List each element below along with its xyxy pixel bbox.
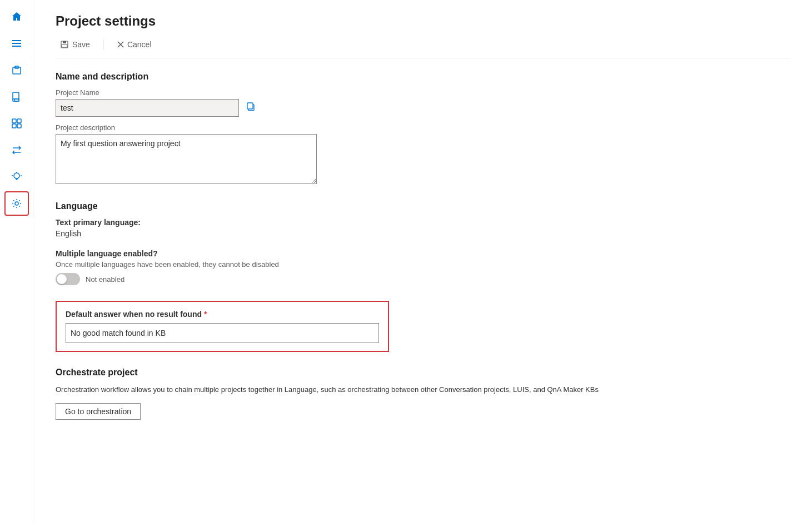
orchestrate-title: Orchestrate project (56, 368, 790, 378)
primary-language-label: Text primary language: (56, 218, 790, 227)
cancel-button[interactable]: Cancel (113, 38, 156, 51)
sidebar-item-knowledge[interactable] (4, 85, 29, 109)
orchestrate-description: Orchestration workflow allows you to cha… (56, 384, 723, 395)
save-button[interactable]: Save (56, 38, 94, 51)
save-label: Save (72, 40, 90, 49)
svg-rect-1 (12, 43, 21, 44)
svg-rect-9 (17, 119, 21, 123)
sidebar-item-tips[interactable] (4, 165, 29, 189)
svg-rect-19 (62, 44, 67, 47)
sidebar-item-deploy[interactable] (4, 111, 29, 136)
default-answer-input[interactable] (66, 323, 379, 343)
default-answer-box: Default answer when no result found * (56, 301, 389, 352)
svg-rect-0 (12, 40, 21, 41)
project-description-label: Project description (56, 123, 790, 132)
book-icon (11, 91, 22, 102)
sidebar-item-projects[interactable] (4, 58, 29, 82)
copy-icon[interactable] (243, 100, 258, 116)
language-section: Language Text primary language: English … (56, 201, 790, 285)
sidebar-item-home[interactable] (4, 4, 29, 29)
sidebar-item-menu[interactable] (4, 31, 29, 56)
svg-rect-10 (12, 124, 16, 128)
default-answer-label: Default answer when no result found * (66, 310, 379, 319)
svg-rect-7 (14, 99, 19, 101)
multi-language-toggle[interactable] (56, 273, 80, 285)
svg-rect-5 (13, 92, 19, 101)
gear-icon (11, 198, 22, 209)
svg-rect-23 (247, 103, 253, 109)
toolbar-divider (103, 39, 104, 50)
sidebar-item-settings[interactable] (4, 191, 29, 216)
menu-icon (11, 38, 22, 49)
toggle-row: Not enabled (56, 273, 790, 285)
multi-language-label: Multiple language enabled? (56, 249, 790, 258)
arrows-icon (11, 145, 22, 156)
box-icon (11, 64, 22, 76)
svg-point-12 (14, 173, 19, 178)
name-description-section: Name and description Project Name Projec… (56, 72, 790, 186)
multi-language-section: Multiple language enabled? Once multiple… (56, 249, 790, 285)
project-name-label: Project Name (56, 88, 790, 97)
svg-rect-8 (12, 119, 16, 123)
svg-point-16 (15, 202, 18, 205)
orchestrate-section: Orchestrate project Orchestration workfl… (56, 368, 790, 420)
page-title: Project settings (56, 13, 790, 29)
main-content: Project settings Save Cancel Name and de… (33, 0, 812, 526)
primary-language: Text primary language: English (56, 218, 790, 238)
project-name-row (56, 99, 790, 117)
save-icon (60, 40, 69, 49)
svg-rect-18 (63, 41, 66, 43)
primary-language-value: English (56, 229, 790, 238)
toggle-knob (57, 274, 67, 284)
sidebar-item-manage[interactable] (4, 138, 29, 162)
project-name-input[interactable] (56, 99, 239, 117)
sidebar (0, 0, 33, 526)
svg-rect-2 (12, 46, 21, 47)
home-icon (11, 11, 22, 22)
go-to-orchestration-button[interactable]: Go to orchestration (56, 403, 141, 420)
project-description-input[interactable]: My first question answering project (56, 134, 317, 184)
name-description-title: Name and description (56, 72, 790, 82)
svg-rect-11 (17, 124, 21, 128)
bulb-icon (11, 171, 22, 182)
required-star: * (204, 310, 207, 319)
deploy-icon (11, 118, 22, 129)
multi-language-desc: Once multiple languages have been enable… (56, 260, 790, 269)
language-title: Language (56, 201, 790, 211)
cancel-label: Cancel (127, 40, 152, 49)
toolbar: Save Cancel (56, 38, 790, 58)
close-icon (117, 41, 124, 48)
toggle-text: Not enabled (86, 275, 124, 284)
